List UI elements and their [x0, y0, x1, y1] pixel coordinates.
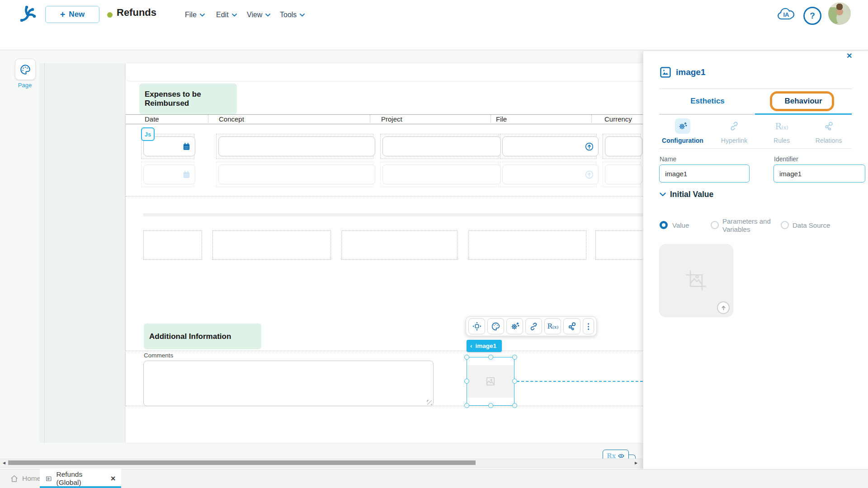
selection-handle-se[interactable]	[512, 403, 517, 408]
rules-button[interactable]: R(x)	[544, 318, 561, 334]
column-separator	[491, 115, 491, 123]
move-widget-button[interactable]	[468, 318, 485, 334]
js-badge-label: Js	[145, 131, 151, 138]
selection-handle-s[interactable]	[488, 403, 493, 408]
tab-refunds-label: Refunds (Global)	[56, 470, 104, 487]
empty-grid-cell[interactable]	[212, 230, 331, 260]
selection-handle-e[interactable]	[512, 379, 517, 384]
js-script-badge[interactable]: Js	[141, 127, 155, 141]
panel-close-icon[interactable]: ✕	[846, 52, 852, 60]
new-button[interactable]: + New	[45, 6, 99, 23]
scroll-left-arrow[interactable]: ◂	[3, 460, 5, 466]
scroll-right-arrow[interactable]: ▸	[635, 460, 637, 466]
subtab-hyperlink[interactable]: Hyperlink	[711, 118, 758, 144]
menu-tools-label: Tools	[280, 11, 297, 19]
identifier-field[interactable]	[774, 164, 865, 183]
radio-value-label: Value	[672, 221, 689, 229]
active-tab-underline	[755, 113, 852, 115]
subtab-relations[interactable]: Relations	[805, 118, 852, 144]
currency-input[interactable]	[605, 136, 642, 156]
tutorial-highlight-ring	[770, 91, 834, 111]
page-style-tool[interactable]	[15, 59, 36, 80]
name-field[interactable]	[659, 164, 750, 183]
currency-input-template	[605, 164, 642, 184]
menu-edit[interactable]: Edit	[216, 11, 237, 19]
tab-esthetics[interactable]: Esthetics	[671, 97, 744, 106]
tab-close-icon[interactable]: ✕	[110, 475, 116, 482]
section-title-additional-info-label: Additional Information	[149, 332, 231, 341]
section-title-additional-info[interactable]: Additional Information	[144, 324, 261, 349]
relations-button[interactable]	[563, 318, 580, 334]
more-options-button[interactable]: ⋮	[583, 318, 594, 334]
comments-textarea[interactable]	[143, 361, 434, 406]
menu-view[interactable]: View	[247, 11, 270, 19]
canvas-left-margin	[39, 63, 126, 443]
tab-refunds-global[interactable]: Refunds (Global) ✕	[40, 469, 121, 488]
row-boundary-line	[126, 351, 643, 351]
textarea-resize-grip[interactable]	[427, 400, 432, 405]
configuration-button[interactable]	[506, 318, 523, 334]
upload-image-button[interactable]	[717, 301, 730, 314]
inactive-tab-underline	[659, 114, 755, 115]
app-logo[interactable]	[16, 4, 39, 24]
new-button-label: New	[69, 10, 85, 19]
help-button[interactable]: ?	[803, 7, 821, 25]
subtab-rules-label: Rules	[774, 137, 790, 144]
home-tab[interactable]: Home	[6, 469, 44, 488]
radio-data-source-label: Data Source	[793, 221, 830, 229]
chevron-down-icon	[660, 192, 666, 197]
hyperlink-button[interactable]	[525, 318, 542, 334]
column-header-file: File	[496, 115, 507, 123]
rules-rx-icon: R(x)	[774, 118, 789, 134]
panel-divider	[659, 148, 852, 149]
radio-data-source[interactable]	[781, 221, 789, 229]
widget-selection-outline[interactable]	[467, 357, 514, 406]
subtab-hyperlink-label: Hyperlink	[721, 137, 747, 144]
file-upload-input[interactable]	[502, 136, 599, 156]
project-input[interactable]	[382, 136, 501, 156]
user-avatar[interactable]	[828, 2, 851, 25]
selected-widget-tag[interactable]: ‹ image1	[467, 340, 502, 352]
svg-text:IA: IA	[783, 11, 790, 18]
subtab-relations-label: Relations	[816, 137, 842, 144]
selection-extension-line	[517, 381, 643, 382]
empty-grid-cell[interactable]	[143, 230, 202, 260]
rules-icon: R(x)	[547, 322, 559, 330]
empty-grid-cell[interactable]	[341, 230, 458, 260]
status-dot	[107, 12, 113, 18]
selection-handle-w[interactable]	[464, 379, 469, 384]
chevron-down-icon	[232, 14, 237, 17]
radio-parameters-variables[interactable]	[711, 221, 719, 229]
subtab-rules[interactable]: R(x) Rules	[758, 118, 805, 144]
menu-view-label: View	[247, 11, 262, 19]
dropzone-guide-line	[44, 63, 45, 443]
empty-grid-cell[interactable]	[595, 230, 646, 260]
menu-tools[interactable]: Tools	[280, 11, 305, 19]
concept-input[interactable]	[218, 136, 375, 156]
scrollbar-thumb[interactable]	[8, 460, 476, 465]
app-window: + New Refunds File Edit View Tools IA	[0, 0, 868, 488]
section-title-expenses-label: Expenses to be Reimbursed	[145, 90, 237, 108]
date-input-template	[143, 164, 195, 184]
radio-value[interactable]	[660, 221, 668, 229]
calendar-icon	[182, 170, 191, 179]
question-mark-icon: ?	[810, 11, 815, 21]
menu-edit-label: Edit	[216, 11, 229, 19]
initial-value-section-toggle[interactable]: Initial Value	[660, 190, 713, 199]
column-header-date: Date	[145, 115, 159, 123]
selection-handle-sw[interactable]	[464, 403, 469, 408]
image-crop-icon	[684, 268, 709, 293]
selection-handle-n[interactable]	[488, 355, 493, 360]
menu-file[interactable]: File	[185, 11, 205, 19]
esthetics-button[interactable]	[487, 318, 504, 334]
radio-parameters-variables-label: Parameters and Variables	[722, 217, 778, 234]
ai-assistant-button[interactable]: IA	[777, 7, 796, 22]
subtab-configuration[interactable]: Configuration	[659, 118, 706, 144]
selection-handle-nw[interactable]	[464, 355, 469, 360]
empty-grid-cell[interactable]	[468, 230, 586, 260]
selected-widget-name: image1	[476, 343, 497, 349]
column-header-concept: Concept	[219, 115, 244, 123]
section-title-expenses[interactable]: Expenses to be Reimbursed	[139, 84, 237, 114]
move-icon	[472, 321, 482, 331]
selection-handle-ne[interactable]	[512, 355, 517, 360]
